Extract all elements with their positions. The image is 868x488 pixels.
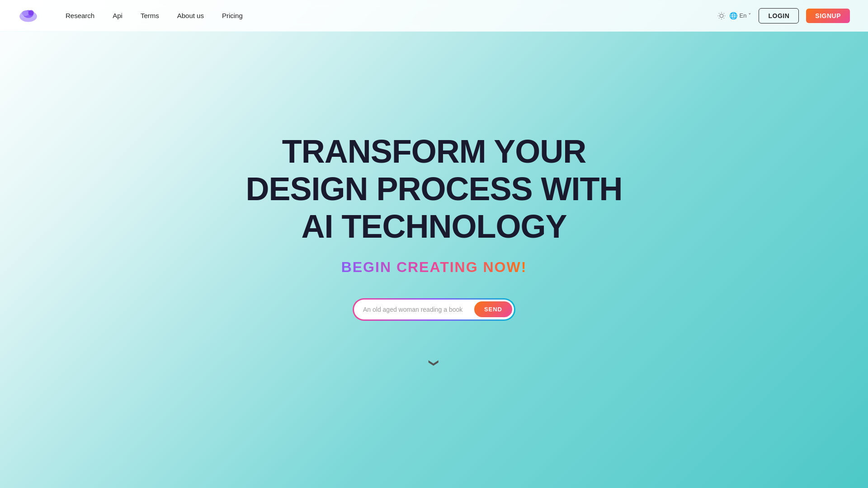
- hero-section: Transform your design process with AI te…: [231, 14, 637, 488]
- hero-subtitle: Begin creating now!: [341, 259, 527, 276]
- nav-research[interactable]: Research: [66, 12, 94, 19]
- hero-title: Transform your design process with AI te…: [231, 133, 637, 245]
- nav-pricing[interactable]: Pricing: [222, 12, 243, 19]
- search-container: SEND: [353, 298, 515, 321]
- search-inner: SEND: [354, 300, 514, 319]
- hero-title-line1: Transform your design process with: [245, 133, 622, 207]
- lang-code: En: [740, 12, 747, 19]
- nav-links: Research Api Terms About us Pricing: [66, 12, 717, 19]
- navbar: Research Api Terms About us Pricing: [0, 0, 868, 32]
- main-content: Transform your design process with AI te…: [0, 0, 868, 488]
- globe-icon: 🌐: [729, 12, 738, 20]
- theme-toggle[interactable]: [717, 12, 726, 20]
- svg-line-9: [719, 13, 719, 14]
- svg-line-13: [719, 18, 719, 18]
- svg-point-5: [28, 10, 34, 15]
- login-button[interactable]: LOGIN: [759, 8, 799, 23]
- scroll-down[interactable]: ❯: [430, 357, 438, 369]
- svg-point-6: [720, 14, 723, 18]
- chevron-down-icon[interactable]: ❯: [428, 359, 440, 367]
- svg-line-10: [723, 18, 724, 18]
- nav-right: 🌐 En ˅ LOGIN SIGNUP: [717, 8, 850, 23]
- nav-about-us[interactable]: About us: [177, 12, 204, 19]
- nav-terms[interactable]: Terms: [141, 12, 159, 19]
- nav-api[interactable]: Api: [113, 12, 123, 19]
- search-input[interactable]: [354, 300, 472, 319]
- search-input-wrap: SEND: [353, 298, 515, 321]
- logo[interactable]: [18, 8, 38, 23]
- lang-chevron: ˅: [748, 12, 751, 19]
- signup-button[interactable]: SIGNUP: [806, 9, 850, 23]
- send-button[interactable]: SEND: [474, 301, 512, 317]
- hero-title-line2: AI technology: [301, 208, 566, 244]
- language-selector[interactable]: 🌐 En ˅: [729, 12, 752, 20]
- lang-controls: 🌐 En ˅: [717, 12, 752, 20]
- svg-line-14: [723, 13, 724, 14]
- svg-point-4: [22, 10, 29, 16]
